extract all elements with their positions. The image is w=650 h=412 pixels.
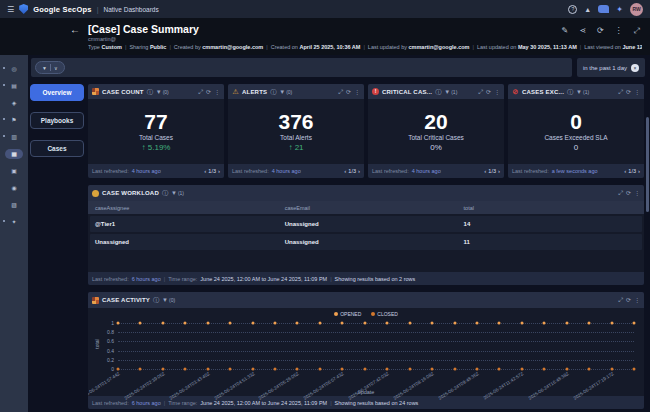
secops-logo-icon bbox=[19, 4, 28, 14]
legend-item-closed[interactable]: CLOSED bbox=[371, 311, 398, 317]
info-icon[interactable]: ⓘ bbox=[270, 89, 276, 95]
expand-icon[interactable]: ⤢ bbox=[618, 297, 623, 303]
settings-icon: ✦ bbox=[11, 219, 16, 225]
back-button[interactable]: ← bbox=[70, 24, 80, 35]
info-icon[interactable]: ⓘ bbox=[162, 190, 168, 196]
rail-item-settings[interactable]: ✦ bbox=[0, 213, 28, 230]
avatar[interactable]: RW bbox=[630, 3, 643, 16]
kebab-icon[interactable]: ⋮ bbox=[634, 297, 640, 303]
refresh-icon[interactable]: ⟳ bbox=[597, 27, 604, 35]
gridline bbox=[118, 341, 634, 342]
expand-icon[interactable]: ⤢ bbox=[618, 190, 623, 196]
info-icon[interactable]: ⓘ bbox=[147, 89, 153, 95]
case-workload-widget: CASE WORKLOAD ⓘ ▼ (1) ⤢ ⟳ ⋮ caseAssignee… bbox=[88, 185, 644, 285]
scrollbar[interactable] bbox=[646, 117, 649, 212]
info-icon[interactable]: ⓘ bbox=[435, 89, 441, 95]
rail-item-search[interactable]: ◎ bbox=[0, 60, 28, 77]
tab-playbooks[interactable]: Playbooks bbox=[30, 112, 84, 129]
refresh-icon[interactable]: ⟳ bbox=[626, 190, 631, 196]
next-page-icon[interactable]: › bbox=[358, 168, 360, 174]
rail-item-detections[interactable]: ⚑ bbox=[0, 111, 28, 128]
help-icon[interactable]: ? bbox=[568, 5, 577, 14]
rail-item-reports[interactable]: ▣ bbox=[0, 162, 28, 179]
meta-value: June 12 2025, 04:24 PM bbox=[622, 44, 642, 50]
prev-page-icon[interactable]: ‹ bbox=[484, 168, 486, 174]
data-point bbox=[251, 321, 254, 324]
assets-icon: ◉ bbox=[11, 185, 16, 191]
legend-label: OPENED bbox=[340, 311, 361, 317]
menu-icon[interactable]: ☰ bbox=[7, 5, 14, 14]
search-icon: ◎ bbox=[11, 66, 16, 72]
legend-item-opened[interactable]: OPENED bbox=[334, 311, 361, 317]
data-point bbox=[229, 321, 232, 324]
rail-item-cases-nav[interactable]: ▤ bbox=[0, 77, 28, 94]
expand-icon[interactable]: ⤢ bbox=[478, 89, 483, 95]
column-header: caseAssignee bbox=[95, 205, 285, 211]
filter-icon[interactable]: ▼ bbox=[162, 297, 168, 303]
rail-item-investigations[interactable]: ▥ bbox=[0, 128, 28, 145]
filter-icon[interactable]: ▼ bbox=[444, 89, 450, 95]
column-header: total bbox=[464, 205, 637, 211]
widget-title: CASE COUNT bbox=[102, 89, 144, 95]
expand-icon[interactable]: ⤢ bbox=[338, 89, 343, 95]
chat-icon[interactable] bbox=[598, 5, 609, 13]
data-point bbox=[206, 321, 209, 324]
stats-row: CASE COUNT ⓘ ▼ (0) ⤢ ⟳ ⋮ 77 Total Cases … bbox=[88, 84, 644, 178]
y-axis-title: total bbox=[94, 340, 100, 349]
filter-count: (0) bbox=[163, 89, 169, 95]
kebab-icon[interactable]: ⋮ bbox=[634, 190, 640, 196]
fullscreen-icon[interactable]: ⤢ bbox=[634, 27, 640, 35]
stat-label: Total Alerts bbox=[280, 134, 312, 141]
kebab-icon[interactable]: ⋮ bbox=[634, 89, 640, 95]
prev-page-icon[interactable]: ‹ bbox=[624, 168, 626, 174]
last-refreshed-value: 4 hours ago bbox=[132, 168, 161, 174]
kebab-icon[interactable]: ⋮ bbox=[354, 89, 360, 95]
rail-item-alerts-nav[interactable]: ◈ bbox=[0, 94, 28, 111]
meta-value: Custom bbox=[101, 44, 121, 50]
y-tick-label: 0.4 bbox=[107, 348, 114, 354]
y-tick-label: 0 bbox=[111, 366, 114, 372]
appbar-actions: ? ▲ ✦ RW bbox=[568, 3, 643, 16]
next-page-icon[interactable]: › bbox=[638, 168, 640, 174]
refresh-icon[interactable]: ⟳ bbox=[206, 89, 211, 95]
time-range-chip[interactable]: in the past 1 day × bbox=[577, 58, 645, 77]
share-icon[interactable]: ⋖ bbox=[579, 27, 586, 35]
tab-cases[interactable]: Cases bbox=[30, 140, 84, 157]
notification-dot bbox=[3, 135, 5, 137]
edit-icon[interactable]: ✎ bbox=[561, 27, 568, 35]
prev-page-icon[interactable]: ‹ bbox=[204, 168, 206, 174]
filter-icon[interactable]: ▼ bbox=[576, 89, 582, 95]
prev-page-icon[interactable]: ‹ bbox=[344, 168, 346, 174]
kebab-icon[interactable]: ⋮ bbox=[615, 27, 623, 35]
kebab-icon[interactable]: ⋮ bbox=[214, 89, 220, 95]
meta-value: April 25 2025, 10:36 AM bbox=[299, 44, 360, 50]
rail-item-assets[interactable]: ◉ bbox=[0, 179, 28, 196]
rail-item-dashboards[interactable]: ▦ bbox=[0, 145, 28, 162]
last-refreshed-label: Last refreshed: bbox=[232, 168, 269, 174]
reports-icon: ▣ bbox=[11, 168, 17, 174]
activity-plot: 10.80.60.40.20 bbox=[118, 323, 634, 369]
meta-divider: | bbox=[169, 44, 170, 50]
clear-icon[interactable]: × bbox=[631, 64, 639, 72]
filter-icon[interactable]: ▼ bbox=[171, 190, 177, 196]
expand-icon[interactable]: ⤢ bbox=[618, 89, 623, 95]
labs-icon[interactable]: ▲ bbox=[584, 6, 591, 13]
info-icon[interactable]: ⓘ bbox=[153, 297, 159, 303]
expand-icon[interactable]: ⤢ bbox=[198, 89, 203, 95]
refresh-icon[interactable]: ⟳ bbox=[626, 297, 631, 303]
time-range-label: in the past 1 day bbox=[583, 65, 627, 71]
refresh-icon[interactable]: ⟳ bbox=[626, 89, 631, 95]
tab-overview[interactable]: Overview bbox=[30, 84, 84, 101]
filter-icon[interactable]: ▼ bbox=[156, 89, 162, 95]
rail-item-rules[interactable]: ▨ bbox=[0, 196, 28, 213]
next-page-icon[interactable]: › bbox=[218, 168, 220, 174]
refresh-icon[interactable]: ⟳ bbox=[486, 89, 491, 95]
gemini-icon[interactable]: ✦ bbox=[616, 5, 623, 14]
add-filter-button[interactable]: ▼ ∨ bbox=[35, 61, 65, 74]
kebab-icon[interactable]: ⋮ bbox=[494, 89, 500, 95]
info-icon[interactable]: ⓘ bbox=[567, 89, 573, 95]
page-indicator: 1/3 bbox=[208, 168, 216, 174]
filter-icon[interactable]: ▼ bbox=[279, 89, 285, 95]
next-page-icon[interactable]: › bbox=[498, 168, 500, 174]
refresh-icon[interactable]: ⟳ bbox=[346, 89, 351, 95]
